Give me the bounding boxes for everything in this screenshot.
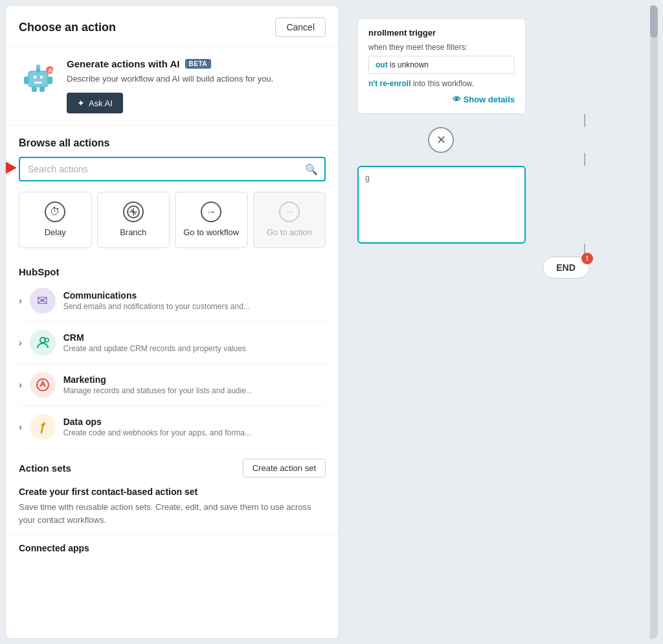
show-details-label: Show details — [464, 95, 515, 104]
chevron-right-icon-4: › — [19, 422, 22, 432]
x-button[interactable]: ✕ — [428, 127, 454, 153]
trigger-title: nrollment trigger — [368, 28, 515, 38]
show-details-button[interactable]: 👁 Show details — [453, 95, 515, 104]
action-sets-header: Action sets Create action set — [19, 459, 326, 477]
communications-desc: Send emails and notifications to your cu… — [63, 302, 250, 311]
connected-apps-label: Connected apps — [19, 543, 89, 553]
svg-rect-1 — [33, 75, 37, 79]
dataops-name: Data ops — [63, 417, 251, 427]
dataops-desc: Create code and webhooks for your apps, … — [63, 428, 251, 437]
branch-icon — [123, 201, 144, 222]
svg-point-5 — [36, 65, 40, 69]
panel-title: Choose an action — [19, 21, 116, 34]
category-dataops[interactable]: › ƒ Data ops Create code and webhooks fo… — [19, 406, 326, 448]
action-card-branch[interactable]: Branch — [97, 192, 170, 248]
marketing-text: Marketing Manage records and statuses fo… — [63, 374, 253, 395]
create-action-set-button[interactable]: Create action set — [243, 459, 326, 477]
sparkle-icon: ✦ — [77, 98, 85, 108]
crm-icon — [30, 330, 56, 356]
chevron-right-icon-2: › — [19, 338, 22, 348]
reenroll-suffix: into this workflow. — [413, 79, 474, 88]
marketing-icon — [30, 372, 56, 398]
category-communications[interactable]: › ✉ Communications Send emails and notif… — [19, 280, 326, 322]
reenroll-link[interactable]: n't re-enroll — [368, 79, 411, 88]
blue-box-content: g — [359, 167, 524, 189]
communications-name: Communications — [63, 290, 250, 301]
ai-content: Generate actions with AI BETA Describe y… — [67, 58, 326, 113]
eye-icon: 👁 — [453, 95, 461, 104]
search-icon: 🔍 — [305, 163, 318, 176]
category-marketing[interactable]: › Marketing Manage records and statuses … — [19, 364, 326, 406]
branch-label: Branch — [120, 227, 146, 238]
right-panel: nrollment trigger when they meet these f… — [344, 5, 658, 639]
beta-badge: BETA — [185, 59, 211, 69]
end-exclamation-badge: ! — [581, 253, 593, 264]
cancel-button[interactable]: Cancel — [275, 17, 326, 37]
red-arrow-indicator — [5, 158, 17, 180]
browse-section: Browse all actions 🔍 ⏱ Delay — [6, 126, 339, 261]
action-card-go-to-workflow[interactable]: → Go to workflow — [175, 192, 248, 248]
ai-title-row: Generate actions with AI BETA — [67, 58, 326, 69]
panel-header: Choose an action Cancel — [6, 6, 339, 47]
hubspot-section: HubSpot › ✉ Communications Send emails a… — [6, 261, 339, 448]
svg-rect-8 — [32, 87, 37, 92]
filter-prefix: out — [376, 60, 388, 69]
dataops-text: Data ops Create code and webhooks for yo… — [63, 417, 251, 437]
first-contact-desc: Save time with reusable action sets. Cre… — [19, 501, 326, 526]
trigger-title-text: nrollment trigger — [368, 28, 436, 38]
ask-ai-button[interactable]: ✦ Ask AI — [67, 93, 123, 113]
svg-rect-6 — [24, 76, 28, 84]
filter-suffix: is unknown — [390, 60, 429, 69]
end-pill-container: END ! — [543, 257, 589, 279]
crm-text: CRM Create and update CRM records and pr… — [63, 332, 246, 353]
connector-line-2 — [584, 153, 585, 166]
ai-section: AI Generate actions with AI BETA Describ… — [6, 47, 339, 126]
action-sets-title: Action sets — [19, 463, 71, 474]
search-input[interactable] — [19, 157, 326, 181]
svg-rect-3 — [34, 82, 42, 84]
chevron-right-icon-3: › — [19, 380, 22, 390]
ai-title: Generate actions with AI — [67, 58, 180, 69]
trigger-card: nrollment trigger when they meet these f… — [357, 18, 526, 114]
x-circle-container: ✕ — [428, 127, 454, 153]
marketing-name: Marketing — [63, 374, 253, 385]
ai-description: Describe your workflow and AI will build… — [67, 73, 326, 85]
action-sets-section: Action sets Create action set Create you… — [6, 448, 339, 534]
show-details-row: 👁 Show details — [368, 95, 515, 104]
workflow-area: nrollment trigger when they meet these f… — [344, 5, 658, 639]
delay-label: Delay — [45, 227, 66, 238]
filter-badge: out is unknown — [368, 56, 515, 74]
svg-rect-2 — [39, 75, 43, 79]
communications-text: Communications Send emails and notificat… — [63, 290, 250, 311]
action-card-delay[interactable]: ⏱ Delay — [19, 192, 92, 248]
svg-rect-0 — [28, 71, 48, 87]
svg-rect-7 — [48, 76, 52, 84]
go-to-workflow-label: Go to workflow — [183, 227, 239, 238]
filter-label: when they meet these filters: — [368, 43, 515, 52]
go-to-action-label: Go to action — [267, 227, 312, 238]
browse-title: Browse all actions — [19, 137, 326, 149]
first-contact-title: Create your first contact-based action s… — [19, 487, 326, 497]
marketing-desc: Manage records and statuses for your lis… — [63, 386, 253, 395]
action-card-go-to-action: → Go to action — [253, 192, 326, 248]
go-to-workflow-icon: → — [201, 201, 221, 222]
category-crm[interactable]: › CRM Create and update CRM records and … — [19, 322, 326, 364]
blue-action-box[interactable]: g — [357, 166, 526, 244]
dataops-icon: ƒ — [30, 414, 56, 440]
connector-line-1 — [584, 114, 585, 127]
action-cards-grid: ⏱ Delay Branch → Go to workflow — [19, 192, 326, 248]
end-node: END ! — [543, 257, 589, 279]
left-panel: Choose an action Cancel AI Generate acti… — [5, 5, 339, 639]
hubspot-title: HubSpot — [19, 261, 326, 277]
robot-icon: AI — [19, 58, 58, 97]
svg-text:AI: AI — [48, 67, 54, 74]
svg-marker-12 — [5, 161, 17, 175]
crm-desc: Create and update CRM records and proper… — [63, 344, 246, 353]
connected-apps-section: Connected apps — [6, 534, 339, 562]
ask-ai-label: Ask AI — [89, 98, 113, 108]
communications-icon: ✉ — [30, 288, 56, 314]
search-container: 🔍 — [19, 157, 326, 181]
reenroll-text: n't re-enroll into this workflow. — [368, 79, 515, 88]
crm-name: CRM — [63, 332, 246, 343]
svg-rect-9 — [39, 87, 45, 92]
